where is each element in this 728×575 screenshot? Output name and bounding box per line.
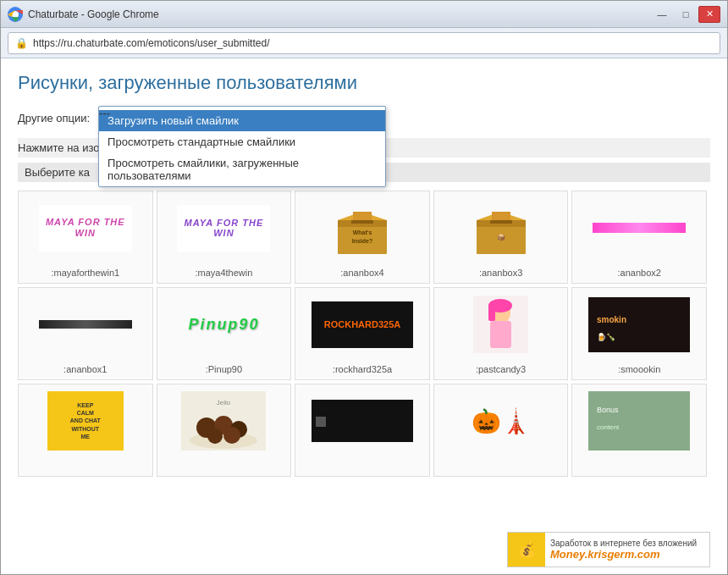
ad-gold-bar: 💰	[508, 533, 545, 567]
emoticon-label-10: :smoookin	[618, 364, 660, 374]
emoticon-img-5	[588, 198, 690, 257]
maya2-image: MAYA FOR THE WIN	[177, 205, 270, 252]
emoticon-label-9: :pastcandy3	[476, 364, 526, 374]
emoticon-label-5: :ananbox2	[618, 268, 661, 278]
svg-text:content: content	[597, 423, 620, 431]
maximize-button[interactable]: □	[675, 6, 697, 23]
svg-text:Jello: Jello	[217, 399, 231, 406]
emoticon-img-15: Bonus content	[588, 391, 690, 451]
address-bar[interactable]: 🔒 https://ru.chaturbate.com/emoticons/us…	[8, 32, 720, 54]
emoticon-img-4: 📦	[450, 198, 552, 257]
emoticon-img-2: MAYA FOR THE WIN	[173, 198, 274, 257]
emoticon-cell-10[interactable]: smokin 🍺🍾 :smoookin	[571, 287, 707, 380]
maya1-image: MAYA FOR THE WIN	[39, 205, 132, 252]
emoticon-img-3: What's Inside?	[312, 198, 413, 257]
emoticon-cell-14[interactable]: 🎃🗼	[433, 384, 569, 477]
svg-text:🍺🍾: 🍺🍾	[597, 332, 616, 342]
emoticon-img-14: 🎃🗼	[450, 391, 552, 451]
window-controls: — □ ✕	[651, 6, 720, 23]
close-button[interactable]: ✕	[698, 6, 720, 23]
emoticon-cell-8[interactable]: ROCKHARD325A :rockhard325a	[295, 287, 430, 380]
emoticon-cell-13[interactable]	[295, 384, 430, 477]
emoticon-cell-12[interactable]: Jello	[157, 384, 292, 477]
ad-banner[interactable]: 💰 Заработок в интернете без вложений Mon…	[507, 532, 710, 567]
instruction-prefix: Нажмите на изо	[18, 141, 100, 154]
emoticon-img-9	[450, 295, 552, 354]
emoticon-cell-2[interactable]: MAYA FOR THE WIN :maya4thewin	[157, 191, 292, 284]
minimize-button[interactable]: —	[651, 6, 673, 23]
ad-line1: Заработок в интернете без вложений	[550, 539, 704, 548]
options-label: Другие опции:	[18, 112, 90, 124]
page-title: Рисунки, загруженные пользователями	[18, 72, 710, 94]
address-bar-row: 🔒 https://ru.chaturbate.com/emoticons/us…	[1, 28, 727, 58]
emoticon-img-10: smokin 🍺🍾	[588, 295, 690, 354]
emoticon-cell-5[interactable]: :ananbox2	[571, 191, 707, 284]
chrome-window: Chaturbate - Google Chrome — □ ✕ 🔒 https…	[0, 0, 728, 575]
emoticon-cell-11[interactable]: KEEPCALMAND CHATWITHOUTME	[18, 384, 153, 477]
emoticon-img-13	[312, 391, 413, 451]
dropdown-container: --- ▼ --- Загрузить новый смайлик Просмо…	[98, 106, 386, 130]
box4-image: What's Inside?	[329, 199, 395, 257]
svg-rect-20	[488, 304, 495, 321]
svg-rect-14	[490, 220, 512, 224]
emoticon-cell-3[interactable]: What's Inside? :ananbox4	[295, 191, 430, 284]
emoticon-label-7: :Pinup90	[206, 364, 242, 374]
dropdown-menu: --- Загрузить новый смайлик Просмотреть …	[98, 106, 386, 187]
ad-line2: Money.krisgerm.com	[550, 548, 704, 561]
emoticon-cell-6[interactable]: :ananbox1	[18, 287, 153, 380]
svg-rect-32	[312, 400, 413, 442]
dropdown-item-standard[interactable]: Просмотреть стандартные смайлики	[99, 131, 385, 152]
svg-point-30	[223, 427, 240, 444]
emoticon-cell-9[interactable]: :pastcandy3	[433, 287, 569, 380]
emoticon-img-6	[35, 295, 136, 354]
choose-prefix: Выберите ка	[25, 166, 90, 179]
ananbox1-image	[39, 320, 132, 329]
emoticon-label-2: :maya4thewin	[195, 268, 252, 278]
emoticon-img-8: ROCKHARD325A	[312, 295, 413, 354]
rockhard-image: ROCKHARD325A	[312, 301, 413, 348]
dropdown-item-upload[interactable]: Загрузить новый смайлик	[99, 110, 385, 131]
emoticon-img-1: MAYA FOR THE WIN	[35, 198, 136, 257]
keepcalm-image: KEEPCALMAND CHATWITHOUTME	[47, 391, 124, 451]
svg-rect-18	[490, 321, 511, 348]
svg-rect-33	[316, 417, 326, 427]
url-text: https://ru.chaturbate.com/emoticons/user…	[33, 37, 269, 49]
emoticon-cell-4[interactable]: 📦 :ananbox3	[433, 191, 569, 284]
smoookin-image: smokin 🍺🍾	[588, 297, 690, 352]
emoticon-cell-7[interactable]: Pinup90 :Pinup90	[157, 287, 292, 380]
grid-inner: MAYA FOR THE WIN :mayaforthewin1 MAYA FO…	[18, 191, 710, 477]
svg-text:Bonus: Bonus	[597, 406, 619, 414]
svg-rect-7	[351, 220, 373, 224]
options-row: Другие опции: --- ▼ --- Загрузить новый …	[18, 106, 710, 130]
window-title: Chaturbate - Google Chrome	[28, 8, 159, 20]
ad-text-area: Заработок в интернете без вложений Money…	[545, 537, 709, 562]
pinup-image: Pinup90	[188, 316, 259, 334]
svg-point-2	[13, 12, 18, 17]
emoticon-img-12: Jello	[173, 391, 274, 451]
jello-image: Jello	[181, 391, 266, 451]
title-bar: Chaturbate - Google Chrome — □ ✕	[1, 1, 727, 28]
emoticon-label-1: :mayaforthewin1	[51, 268, 119, 278]
svg-text:📦: 📦	[497, 233, 505, 241]
emoticon-cell-1[interactable]: MAYA FOR THE WIN :mayaforthewin1	[18, 191, 153, 284]
svg-text:Inside?: Inside?	[352, 238, 373, 244]
black-image	[312, 400, 413, 442]
svg-point-29	[207, 428, 223, 444]
dropdown-item-user[interactable]: Просмотреть смайлики, загруженные пользо…	[99, 152, 385, 186]
svg-text:smokin: smokin	[597, 315, 626, 324]
chrome-icon	[8, 7, 23, 22]
svg-rect-34	[588, 391, 690, 451]
pastcandy-image	[473, 296, 528, 353]
lock-icon: 🔒	[15, 37, 28, 49]
emoticon-label-6: :ananbox1	[63, 364, 107, 374]
emoticon-label-4: :ananbox3	[479, 268, 522, 278]
ananbox2-image	[593, 223, 686, 233]
emoticon-img-7: Pinup90	[173, 295, 274, 354]
emoticon-cell-15[interactable]: Bonus content	[571, 384, 707, 477]
misc5-image: Bonus content	[588, 391, 690, 451]
svg-text:What's: What's	[353, 229, 372, 235]
emoticon-label-8: :rockhard325a	[333, 364, 392, 374]
emoticon-img-11: KEEPCALMAND CHATWITHOUTME	[35, 391, 136, 451]
emoticons-grid[interactable]: MAYA FOR THE WIN :mayaforthewin1 MAYA FO…	[18, 191, 710, 561]
emoticon-label-3: :ananbox4	[340, 268, 383, 278]
